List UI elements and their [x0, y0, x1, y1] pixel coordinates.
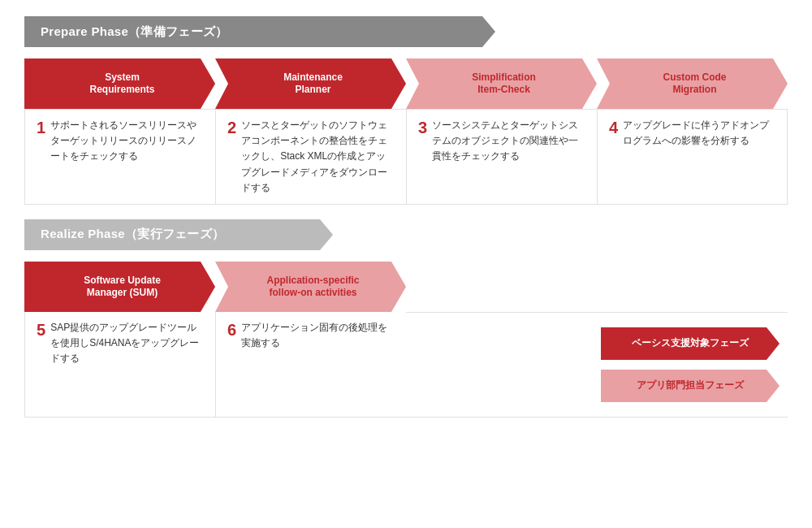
step-3-arrow: SimplificationItem-Check: [406, 58, 597, 109]
lower-right-area: ベーシス支援対象フェーズ アプリ部門担当フェーズ: [406, 312, 788, 418]
step-1-content: 1 サポートされるソースリリースやターゲットリリースのリリースノートをチェックす…: [24, 109, 215, 205]
legend-label-2: アプリ部門担当フェーズ: [637, 379, 744, 392]
realize-phase-label: Realize Phase（実行フェーズ）: [41, 227, 224, 242]
step-4-label: Custom CodeMigration: [663, 71, 727, 96]
section-divider: [24, 205, 788, 219]
prepare-phase-banner: Prepare Phase（準備フェーズ）: [24, 16, 788, 47]
step-3-num: 3: [418, 118, 427, 137]
step-1-arrow: SystemRequirements: [24, 58, 215, 109]
step-2-content: 2 ソースとターゲットのソフトウェアコンポーネントの整合性をチェックし、Stac…: [215, 109, 406, 205]
realize-phase-banner: Realize Phase（実行フェーズ）: [24, 219, 788, 250]
lower-content-row: 5 SAP提供のアップグレードツールを使用しS/4HANAをアップグレードする …: [24, 312, 788, 418]
step-2-text: ソースとターゲットのソフトウェアコンポーネントの整合性をチェックし、Stack …: [241, 118, 395, 196]
step-1-num: 1: [37, 118, 45, 137]
prepare-phase-label: Prepare Phase（準備フェーズ）: [41, 24, 228, 40]
lower-empty-arrow: [406, 262, 788, 312]
prepare-phase-shape: Prepare Phase（準備フェーズ）: [24, 16, 495, 47]
lower-steps-row: Software UpdateManager (SUM) Application…: [24, 262, 788, 312]
step-6-arrow: Application-specificfollow-on activities: [215, 262, 406, 312]
step-4-content: 4 アップグレードに伴うアドオンプログラムへの影響を分析する: [597, 109, 788, 205]
realize-phase-shape: Realize Phase（実行フェーズ）: [24, 219, 333, 250]
step-1-text: サポートされるソースリリースやターゲットリリースのリリースノートをチェックする: [50, 118, 204, 165]
step-6-label: Application-specificfollow-on activities: [266, 275, 359, 299]
step-6-text: アプリケーション固有の後処理を実施する: [241, 320, 395, 351]
legend-container: ベーシス支援対象フェーズ アプリ部門担当フェーズ: [601, 327, 788, 402]
step-5-num: 5: [37, 320, 45, 340]
step-5-arrow: Software UpdateManager (SUM): [24, 262, 215, 312]
step-1-label: SystemRequirements: [89, 71, 154, 96]
step-5-content: 5 SAP提供のアップグレードツールを使用しS/4HANAをアップグレードする: [24, 312, 215, 418]
step-2-label: MaintenancePlanner: [283, 71, 343, 96]
legend-item-1: ベーシス支援対象フェーズ: [601, 327, 780, 360]
step-5-label: Software UpdateManager (SUM): [84, 275, 161, 299]
step-4-arrow: Custom CodeMigration: [597, 58, 788, 109]
step-3-label: SimplificationItem-Check: [472, 71, 536, 96]
step-3-content: 3 ソースシステムとターゲットシステムのオブジェクトの関連性や一貫性をチェックす…: [406, 109, 597, 205]
step-6-content: 6 アプリケーション固有の後処理を実施する: [215, 312, 406, 418]
upper-content-row: 1 サポートされるソースリリースやターゲットリリースのリリースノートをチェックす…: [24, 109, 788, 205]
page-container: Prepare Phase（準備フェーズ） SystemRequirements…: [0, 0, 812, 528]
step-2-num: 2: [227, 118, 236, 137]
step-3-text: ソースシステムとターゲットシステムのオブジェクトの関連性や一貫性をチェックする: [432, 118, 585, 165]
step-2-arrow: MaintenancePlanner: [215, 58, 406, 109]
step-4-text: アップグレードに伴うアドオンプログラムへの影響を分析する: [623, 118, 775, 149]
step-4-num: 4: [609, 118, 618, 137]
step-6-num: 6: [227, 320, 236, 340]
legend-label-1: ベーシス支援対象フェーズ: [632, 336, 749, 350]
legend-item-2: アプリ部門担当フェーズ: [601, 370, 780, 402]
step-5-text: SAP提供のアップグレードツールを使用しS/4HANAをアップグレードする: [50, 320, 204, 367]
upper-steps-row: SystemRequirements MaintenancePlanner Si…: [24, 58, 788, 109]
